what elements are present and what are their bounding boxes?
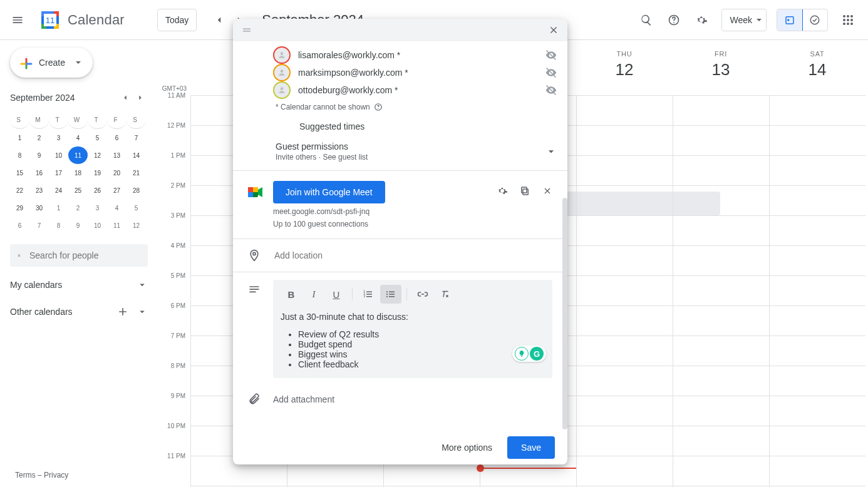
description-text[interactable]: Just a 30-minute chat to discuss: Review… <box>281 312 545 369</box>
mini-day[interactable]: 4 <box>68 129 88 146</box>
numbered-list-button[interactable]: 123 <box>358 285 379 304</box>
search-button[interactable] <box>634 8 659 33</box>
support-button[interactable] <box>661 8 686 33</box>
location-input[interactable] <box>273 250 557 261</box>
insert-link-button[interactable] <box>412 285 433 304</box>
mini-day[interactable]: 6 <box>107 129 127 146</box>
remove-meet-button[interactable] <box>537 181 557 201</box>
modal-scrollbar[interactable] <box>562 198 567 429</box>
grammar-widget[interactable]: G <box>512 346 546 362</box>
description-editor[interactable]: B I U 123 <box>273 280 552 378</box>
mini-day[interactable]: 13 <box>107 146 127 164</box>
mini-day[interactable]: 1 <box>49 199 68 217</box>
guest-avatar <box>273 64 291 81</box>
view-switcher[interactable]: Week <box>721 9 767 31</box>
mini-day[interactable]: 5 <box>88 129 107 146</box>
privacy-link[interactable]: Privacy <box>44 471 68 479</box>
day-column[interactable] <box>769 95 865 487</box>
clear-formatting-button[interactable] <box>435 285 456 304</box>
svg-rect-10 <box>787 19 789 21</box>
day-column[interactable] <box>673 95 769 487</box>
mini-day[interactable]: 30 <box>29 199 49 217</box>
mini-day[interactable]: 12 <box>127 217 146 234</box>
close-modal-button[interactable] <box>544 20 564 40</box>
bold-button[interactable]: B <box>281 285 302 304</box>
help-icon[interactable] <box>374 103 383 111</box>
terms-link[interactable]: Terms <box>15 471 36 479</box>
mini-day[interactable]: 6 <box>10 217 29 234</box>
mini-day[interactable]: 15 <box>10 164 29 182</box>
mini-day[interactable]: 3 <box>88 199 107 217</box>
mini-day[interactable]: 11 <box>107 217 127 234</box>
mini-day[interactable]: 25 <box>68 182 88 199</box>
mini-day[interactable]: 14 <box>127 146 146 164</box>
settings-button[interactable] <box>689 8 714 33</box>
mini-day[interactable]: 7 <box>127 129 146 146</box>
mini-day[interactable]: 10 <box>88 217 107 234</box>
visibility-off-icon[interactable] <box>545 66 557 79</box>
drag-handle[interactable] <box>237 20 257 40</box>
mini-day[interactable]: 22 <box>10 182 29 199</box>
time-label: 3 PM <box>171 212 185 219</box>
mini-day[interactable]: 11 <box>68 146 88 164</box>
mini-day[interactable]: 10 <box>49 146 68 164</box>
calendar-view-toggle[interactable] <box>777 9 802 31</box>
mini-day[interactable]: 19 <box>88 164 107 182</box>
google-apps-button[interactable] <box>835 8 860 33</box>
guest-row[interactable]: marksimpson@workly.com * <box>233 64 567 81</box>
mini-day[interactable]: 26 <box>88 182 107 199</box>
mini-day[interactable]: 5 <box>127 199 146 217</box>
prev-period-button[interactable] <box>209 10 229 30</box>
mini-day[interactable]: 8 <box>10 146 29 164</box>
mini-day[interactable]: 28 <box>127 182 146 199</box>
mini-day[interactable]: 12 <box>88 146 107 164</box>
mini-calendar[interactable]: SMTWTFS123456789101112131415161718192021… <box>10 111 148 234</box>
guest-permissions-toggle[interactable]: Guest permissions Invite others · See gu… <box>233 139 567 171</box>
join-meet-button[interactable]: Join with Google Meet <box>273 181 385 203</box>
mini-day[interactable]: 27 <box>107 182 127 199</box>
meet-settings-button[interactable] <box>492 181 512 201</box>
visibility-off-icon[interactable] <box>545 84 557 96</box>
italic-button[interactable]: I <box>303 285 324 304</box>
guest-row[interactable]: lisamorales@workly.com * <box>233 46 567 64</box>
underline-button[interactable]: U <box>326 285 347 304</box>
today-button[interactable]: Today <box>157 9 197 31</box>
save-button[interactable]: Save <box>507 436 555 459</box>
mini-day[interactable]: 8 <box>49 217 68 234</box>
mini-day[interactable]: 9 <box>68 217 88 234</box>
mini-day[interactable]: 18 <box>68 164 88 182</box>
mini-day[interactable]: 17 <box>49 164 68 182</box>
mini-day[interactable]: 2 <box>29 129 49 146</box>
guest-row[interactable]: ottodeburg@workly.com * <box>233 81 567 99</box>
create-button[interactable]: Create <box>10 48 93 78</box>
mini-day[interactable]: 23 <box>29 182 49 199</box>
mini-day[interactable]: 7 <box>29 217 49 234</box>
mini-day[interactable]: 3 <box>49 129 68 146</box>
mini-day[interactable]: 16 <box>29 164 49 182</box>
visibility-off-icon[interactable] <box>545 49 557 61</box>
tasks-view-toggle[interactable] <box>802 9 827 31</box>
mini-day[interactable]: 29 <box>10 199 29 217</box>
mini-day[interactable]: 20 <box>107 164 127 182</box>
suggested-times-button[interactable]: Suggested times <box>233 111 567 139</box>
add-attachment-button[interactable]: Add attachment <box>273 394 334 404</box>
more-options-button[interactable]: More options <box>442 443 492 453</box>
add-calendar-icon[interactable] <box>116 305 129 318</box>
search-people-field[interactable] <box>28 250 140 261</box>
mini-day[interactable]: 9 <box>29 146 49 164</box>
search-people-input[interactable] <box>10 244 148 267</box>
mini-day[interactable]: 2 <box>68 199 88 217</box>
mini-day[interactable]: 24 <box>49 182 68 199</box>
mini-day[interactable]: 21 <box>127 164 146 182</box>
bullet-list-button[interactable] <box>380 285 401 304</box>
day-column[interactable] <box>576 95 673 487</box>
copy-meet-link-button[interactable] <box>515 181 535 201</box>
mini-next-button[interactable] <box>133 90 148 105</box>
my-calendars-toggle[interactable]: My calendars <box>10 279 148 290</box>
mini-day[interactable]: 1 <box>10 129 29 146</box>
other-calendars-toggle[interactable]: Other calendars <box>10 305 148 318</box>
plus-icon <box>18 55 35 73</box>
main-menu-button[interactable] <box>5 8 30 33</box>
mini-prev-button[interactable] <box>118 90 133 105</box>
mini-day[interactable]: 4 <box>107 199 127 217</box>
